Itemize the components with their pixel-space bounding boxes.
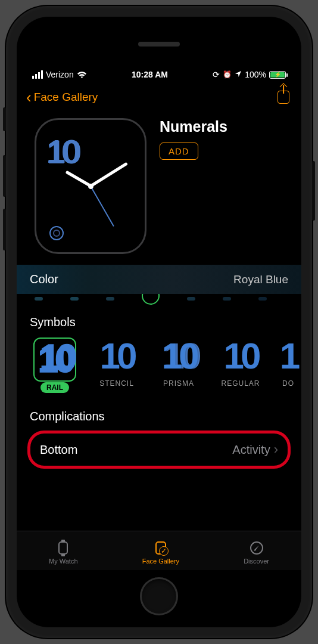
mute-switch — [3, 107, 6, 131]
cellular-signal-icon — [32, 70, 43, 79]
symbol-label: STENCIL — [91, 379, 143, 388]
activity-ring-icon — [49, 226, 64, 240]
color-swatch[interactable] — [70, 297, 79, 301]
share-button[interactable] — [278, 91, 289, 104]
battery-percentage: 100% — [245, 70, 266, 79]
face-gallery-icon — [155, 541, 166, 555]
tab-discover[interactable]: Discover — [244, 540, 269, 565]
symbol-glyph: 10 — [214, 338, 267, 374]
chevron-left-icon: ‹ — [26, 89, 32, 105]
symbol-label: RAIL — [40, 382, 69, 393]
home-button[interactable] — [140, 577, 178, 615]
add-button[interactable]: ADD — [160, 143, 198, 160]
power-button — [312, 161, 315, 221]
color-swatch-strip[interactable] — [17, 294, 301, 307]
symbol-option-regular[interactable]: 10 REGULAR — [214, 338, 267, 388]
face-hero: 10 Numerals ADD — [17, 110, 301, 265]
screen: Verizon 10:28 AM ⟳ ⏰ 100% ⚡ ‹ — [17, 17, 301, 627]
volume-up-button — [3, 155, 6, 197]
watch-face-preview[interactable]: 10 — [35, 118, 146, 254]
symbol-glyph: 1 — [276, 338, 300, 374]
status-time: 10:28 AM — [132, 70, 168, 79]
face-title: Numerals — [160, 118, 227, 135]
symbol-option-stencil[interactable]: 10 STENCIL — [91, 338, 143, 388]
color-swatch[interactable] — [258, 297, 267, 301]
color-swatch[interactable] — [223, 297, 231, 301]
color-swatch[interactable] — [106, 297, 114, 301]
symbols-picker[interactable]: 10 RAIL 10 STENCIL 10 PRISMA 10 REGULAR … — [17, 335, 301, 398]
color-swatch[interactable] — [187, 297, 195, 301]
color-value: Royal Blue — [233, 273, 288, 286]
tab-label: My Watch — [49, 558, 78, 565]
symbol-label: DO — [276, 379, 300, 388]
speaker-grille — [138, 42, 180, 47]
color-swatch[interactable] — [35, 297, 43, 301]
complication-slot-label: Bottom — [40, 443, 77, 457]
orientation-lock-icon: ⟳ — [213, 70, 220, 79]
color-label: Color — [30, 273, 58, 286]
symbol-label: PRISMA — [152, 379, 205, 388]
location-icon — [235, 70, 242, 79]
phone-frame: Verizon 10:28 AM ⟳ ⏰ 100% ⚡ ‹ — [6, 6, 312, 638]
tab-label: Discover — [244, 558, 269, 565]
wifi-icon — [77, 71, 87, 79]
tab-label: Face Gallery — [142, 558, 179, 565]
complications-heading: Complications — [17, 398, 301, 429]
symbol-glyph: 10 — [91, 338, 143, 374]
tab-face-gallery[interactable]: Face Gallery — [142, 540, 179, 565]
symbol-glyph: 10 — [38, 339, 72, 380]
complication-value: Activity — [232, 443, 270, 457]
symbols-heading: Symbols — [17, 307, 301, 335]
nav-bar: ‹ Face Gallery — [17, 82, 301, 110]
battery-icon: ⚡ — [269, 71, 286, 79]
face-numeral: 10 — [47, 133, 78, 170]
symbol-label: REGULAR — [214, 379, 267, 388]
charging-icon: ⚡ — [275, 72, 281, 78]
alarm-icon: ⏰ — [223, 70, 232, 79]
share-icon — [278, 91, 289, 104]
chevron-right-icon: › — [274, 442, 278, 457]
tab-my-watch[interactable]: My Watch — [49, 540, 78, 565]
symbol-option-prisma[interactable]: 10 PRISMA — [152, 338, 205, 388]
compass-icon — [250, 541, 263, 555]
symbol-option-partial[interactable]: 1 DO — [276, 338, 300, 388]
symbol-glyph: 10 — [152, 338, 205, 374]
watch-icon — [58, 541, 68, 555]
tab-bar: My Watch Face Gallery Discover — [17, 531, 301, 570]
symbol-option-rail[interactable]: 10 RAIL — [29, 338, 81, 393]
back-button[interactable]: ‹ Face Gallery — [26, 89, 98, 105]
carrier-label: Verizon — [46, 70, 74, 79]
status-bar: Verizon 10:28 AM ⟳ ⏰ 100% ⚡ — [17, 67, 301, 82]
back-label: Face Gallery — [34, 91, 98, 104]
complication-bottom-row[interactable]: Bottom Activity › — [27, 431, 291, 469]
color-swatch-selected[interactable] — [142, 294, 160, 305]
color-row[interactable]: Color Royal Blue — [17, 265, 301, 294]
volume-down-button — [3, 209, 6, 250]
